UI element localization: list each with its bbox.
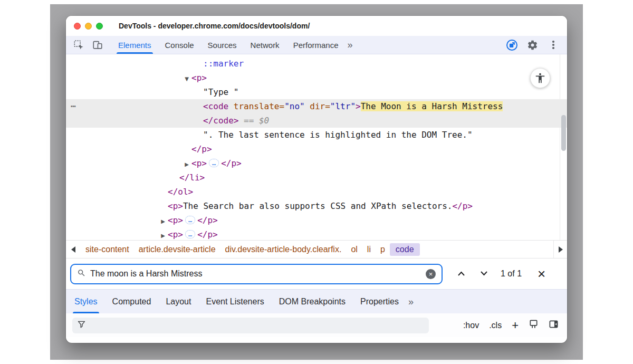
match-count: 1 of 1 — [501, 269, 522, 279]
inline-expand-button[interactable]: … — [185, 230, 195, 238]
breadcrumb-item-ol[interactable]: ol — [346, 243, 362, 256]
tab-sources[interactable]: Sources — [201, 36, 244, 54]
dom-token: <p> — [191, 73, 207, 83]
window-controls — [74, 23, 103, 30]
dom-tree-row[interactable]: </ol> — [66, 185, 567, 199]
tab-console[interactable]: Console — [158, 36, 201, 54]
dom-tree-row[interactable]: </li> — [66, 170, 567, 185]
dom-token: </p> — [221, 158, 242, 168]
tab-styles[interactable]: Styles — [67, 290, 105, 313]
tab-layout[interactable]: Layout — [158, 290, 198, 313]
more-styles-tabs-icon[interactable]: » — [408, 297, 414, 306]
left-triangle-icon — [71, 246, 75, 253]
page-background: DevTools - developer.chrome.com/docs/dev… — [0, 0, 633, 364]
dom-token: > — [356, 101, 361, 111]
open-in-new-icon[interactable] — [506, 40, 517, 51]
dom-token: <code — [203, 101, 228, 111]
dom-tree-row[interactable]: …<code translate="no" dir="ltr">The Moon… — [66, 99, 567, 113]
tab-properties[interactable]: Properties — [353, 290, 406, 313]
inline-expand-button[interactable]: … — [185, 216, 195, 224]
dom-token: </ol> — [168, 187, 193, 197]
tab-event-listeners[interactable]: Event Listeners — [198, 290, 271, 313]
device-toolbar-icon[interactable] — [91, 39, 104, 51]
settings-icon[interactable] — [526, 39, 539, 51]
dom-token: <p> — [168, 201, 183, 211]
search-highlight: The Moon is a Harsh Mistress — [361, 101, 503, 111]
clear-search-icon[interactable]: × — [426, 269, 436, 279]
breadcrumb-bar: site-contentarticle.devsite-articlediv.d… — [66, 240, 567, 258]
breadcrumb-item-site-content[interactable]: site-content — [81, 243, 134, 256]
panel-tab-bar: ElementsConsoleSourcesNetworkPerformance — [111, 36, 346, 54]
title-bar: DevTools - developer.chrome.com/docs/dev… — [66, 16, 567, 36]
sidebar-toggle-icon[interactable] — [549, 319, 559, 331]
search-input[interactable]: The moon is a Harsh Mistress × — [70, 264, 443, 284]
styles-filter-input[interactable] — [72, 318, 429, 333]
filter-icon — [77, 320, 86, 331]
close-search-button[interactable]: × — [538, 267, 545, 281]
breadcrumb-scroll-right-button[interactable] — [553, 241, 567, 258]
zoom-window-button[interactable] — [96, 23, 103, 30]
breadcrumb-scroll-left-button[interactable] — [66, 241, 81, 258]
minimize-window-button[interactable] — [85, 23, 92, 30]
breadcrumb-item-li[interactable]: li — [362, 243, 376, 256]
tab-dom-breakpoints[interactable]: DOM Breakpoints — [272, 290, 353, 313]
row-menu-icon[interactable]: … — [71, 97, 76, 111]
dom-tree-row[interactable]: <p>The Search bar also supports CSS and … — [66, 199, 567, 213]
tab-elements[interactable]: Elements — [111, 36, 158, 54]
accessibility-icon[interactable] — [530, 68, 550, 88]
toggle-element-state-button[interactable]: :hov — [463, 321, 479, 330]
tab-network[interactable]: Network — [244, 36, 286, 54]
more-panels-icon[interactable]: » — [348, 40, 353, 50]
scrollbar-thumb[interactable] — [561, 115, 566, 151]
more-options-icon[interactable] — [547, 39, 560, 51]
dom-tree-row[interactable]: ▶<p>…</p> — [66, 156, 567, 170]
dom-token: dir= — [305, 101, 330, 111]
gray-backdrop: DevTools - developer.chrome.com/docs/dev… — [50, 4, 583, 360]
dom-token: </code> — [203, 116, 238, 126]
collapse-arrow-icon[interactable]: ▼ — [182, 72, 191, 86]
dom-token: "Type " — [203, 87, 238, 97]
right-triangle-icon — [559, 246, 563, 253]
breadcrumb-item-p[interactable]: p — [376, 243, 390, 256]
expand-arrow-icon[interactable]: ▶ — [182, 157, 191, 171]
breadcrumb-item-code[interactable]: code — [390, 243, 420, 256]
dom-token: ::marker — [203, 59, 244, 69]
sidebar-tab-bar: StylesComputedLayoutEvent ListenersDOM B… — [66, 289, 567, 313]
dom-token: The Search bar also supports CSS and XPa… — [183, 201, 453, 211]
breadcrumb-item-article-devsite-article[interactable]: article.devsite-article — [134, 243, 220, 256]
dom-token: ". The last sentence is highlighted in t… — [203, 130, 473, 140]
breadcrumb: site-contentarticle.devsite-articlediv.d… — [81, 243, 553, 256]
toolbar-left-icons — [72, 39, 104, 51]
dom-tree-row[interactable]: ". The last sentence is highlighted in t… — [66, 128, 567, 142]
inspect-icon[interactable] — [72, 39, 85, 51]
vertical-scrollbar[interactable] — [561, 54, 567, 240]
scrollbar-divider — [560, 54, 560, 240]
dom-token: <p> — [168, 229, 183, 240]
expand-arrow-icon[interactable]: ▶ — [158, 214, 168, 228]
toggle-class-button[interactable]: .cls — [489, 321, 502, 330]
dom-token: translate= — [228, 101, 284, 111]
dom-tree-row[interactable]: ▶<p>…</p> — [66, 227, 567, 240]
dom-tree: ::marker▼<p>"Type "…<code translate="no"… — [66, 56, 567, 240]
dom-token: </p> — [197, 215, 218, 225]
expand-arrow-icon[interactable]: ▶ — [158, 228, 168, 240]
next-match-button[interactable] — [480, 269, 488, 279]
dom-tree-row[interactable]: </p> — [66, 142, 567, 156]
rendering-emulation-icon[interactable] — [529, 319, 539, 331]
tab-computed[interactable]: Computed — [105, 290, 159, 313]
dom-token: "ltr" — [330, 101, 356, 111]
dom-token: </p> — [452, 201, 473, 211]
previous-match-button[interactable] — [457, 269, 465, 279]
dom-tree-row[interactable]: ::marker — [66, 56, 567, 71]
dom-token: </p> — [191, 144, 212, 154]
dom-tree-row[interactable]: "Type " — [66, 85, 567, 99]
inline-expand-button[interactable]: … — [209, 159, 219, 167]
breadcrumb-item-div-devsite-article-body-clearfix[interactable]: div.devsite-article-body.clearfix. — [220, 243, 347, 256]
new-style-rule-button[interactable]: + — [512, 320, 519, 331]
dom-tree-row[interactable]: ▼<p> — [66, 71, 567, 85]
close-window-button[interactable] — [74, 23, 81, 30]
dom-tree-row[interactable]: </code> == $0 — [66, 113, 567, 128]
main-toolbar: ElementsConsoleSourcesNetworkPerformance… — [66, 36, 567, 54]
tab-performance[interactable]: Performance — [286, 36, 346, 54]
dom-tree-row[interactable]: ▶<p>…</p> — [66, 213, 567, 227]
